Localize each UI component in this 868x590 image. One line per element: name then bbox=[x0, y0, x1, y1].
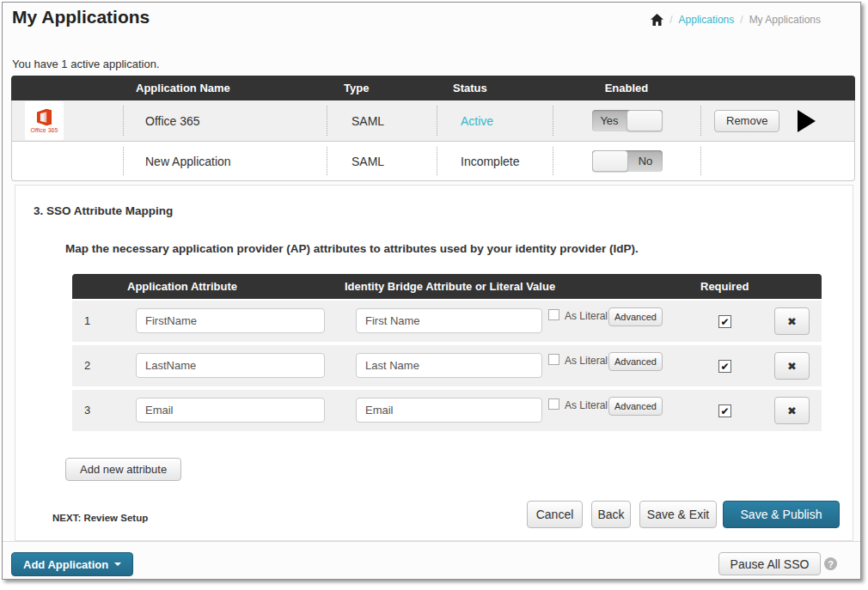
footer-divider bbox=[3, 541, 860, 542]
as-literal-checkbox[interactable] bbox=[548, 398, 559, 410]
active-count-text: You have 1 active application. bbox=[12, 58, 160, 70]
as-literal-label: As Literal bbox=[565, 310, 608, 322]
idp-attribute-input[interactable] bbox=[356, 353, 542, 378]
section-title: 3. SSO Attribute Mapping bbox=[34, 204, 173, 217]
app-row-new-application[interactable]: New Application SAML Incomplete No bbox=[12, 142, 854, 180]
breadcrumb-separator: / bbox=[740, 14, 743, 26]
breadcrumb-separator: / bbox=[669, 14, 672, 26]
col-status: Status bbox=[437, 76, 553, 100]
row-number: 2 bbox=[84, 345, 90, 386]
delete-attribute-button[interactable]: ✖ bbox=[774, 397, 810, 424]
attribute-mapping-table: Application Attribute Identity Bridge At… bbox=[72, 274, 822, 435]
app-attribute-input[interactable] bbox=[136, 308, 325, 333]
enabled-toggle-no[interactable]: No bbox=[592, 150, 663, 172]
toggle-knob bbox=[627, 110, 663, 131]
help-icon[interactable]: ? bbox=[824, 557, 837, 570]
expand-arrow-icon[interactable] bbox=[798, 110, 816, 132]
next-step-label: NEXT: Review Setup bbox=[52, 513, 148, 523]
app-type: SAML bbox=[327, 100, 437, 141]
row-number: 3 bbox=[84, 390, 90, 431]
app-name: Office 365 bbox=[124, 100, 327, 141]
save-exit-button[interactable]: Save & Exit bbox=[639, 501, 717, 528]
idp-attribute-input[interactable] bbox=[356, 308, 542, 333]
toggle-knob bbox=[592, 150, 628, 172]
mapping-table-header: Application Attribute Identity Bridge At… bbox=[72, 274, 822, 299]
home-icon[interactable] bbox=[651, 14, 663, 26]
app-status: Incomplete bbox=[437, 142, 553, 180]
col-icon bbox=[11, 76, 123, 100]
mapping-row-3: 3 As Literal Advanced ✔ ✖ bbox=[72, 390, 822, 431]
required-checkbox[interactable]: ✔ bbox=[718, 315, 731, 328]
advanced-button[interactable]: Advanced bbox=[608, 352, 663, 371]
add-application-button[interactable]: Add Application bbox=[11, 552, 133, 576]
col-actions bbox=[700, 76, 855, 100]
app-name: New Application bbox=[124, 142, 327, 180]
app-status: Active bbox=[461, 114, 493, 128]
required-checkbox[interactable]: ✔ bbox=[718, 360, 731, 373]
col-application-name: Application Name bbox=[123, 76, 327, 100]
idp-attribute-input[interactable] bbox=[356, 398, 542, 423]
col-enabled: Enabled bbox=[553, 76, 700, 100]
app-type: SAML bbox=[327, 142, 437, 180]
cancel-button[interactable]: Cancel bbox=[527, 501, 583, 528]
enabled-toggle-yes[interactable]: Yes bbox=[592, 110, 663, 131]
app-row-office-365[interactable]: Office 365 Office 365 SAML Active Yes Re… bbox=[12, 100, 854, 142]
mapping-row-2: 2 As Literal Advanced ✔ ✖ bbox=[72, 345, 822, 386]
advanced-button[interactable]: Advanced bbox=[608, 307, 663, 326]
delete-attribute-button[interactable]: ✖ bbox=[774, 307, 810, 335]
caret-down-icon bbox=[114, 563, 121, 566]
add-application-label: Add Application bbox=[23, 558, 108, 571]
sso-mapping-panel: 3. SSO Attribute Mapping Map the necessa… bbox=[15, 185, 853, 541]
breadcrumb: / Applications / My Applications bbox=[651, 14, 821, 26]
mapping-row-1: 1 As Literal Advanced ✔ ✖ bbox=[72, 301, 822, 342]
as-literal-checkbox[interactable] bbox=[548, 354, 559, 365]
back-button[interactable]: Back bbox=[591, 501, 631, 528]
delete-attribute-button[interactable]: ✖ bbox=[774, 352, 810, 380]
applications-table-header: Application Name Type Status Enabled bbox=[11, 76, 855, 100]
remove-button[interactable]: Remove bbox=[714, 110, 779, 132]
as-literal-label: As Literal bbox=[565, 355, 608, 367]
pause-all-sso-button[interactable]: Pause All SSO bbox=[718, 552, 821, 575]
col-type: Type bbox=[327, 76, 437, 100]
toggle-label: No bbox=[628, 150, 663, 172]
app-attribute-input[interactable] bbox=[136, 353, 325, 378]
toggle-label: Yes bbox=[592, 110, 627, 131]
as-literal-label: As Literal bbox=[565, 399, 608, 411]
add-new-attribute-button[interactable]: Add new attribute bbox=[65, 458, 181, 481]
col-application-attribute: Application Attribute bbox=[127, 280, 237, 293]
col-identity-bridge-attribute: Identity Bridge Attribute or Literal Val… bbox=[345, 280, 555, 293]
office-365-logo: Office 365 bbox=[25, 101, 64, 140]
save-publish-button[interactable]: Save & Publish bbox=[723, 501, 840, 528]
mapping-instruction: Map the necessary application provider (… bbox=[65, 242, 639, 255]
advanced-button[interactable]: Advanced bbox=[608, 397, 663, 416]
app-attribute-input[interactable] bbox=[136, 398, 325, 423]
required-checkbox[interactable]: ✔ bbox=[718, 404, 731, 417]
applications-table: Application Name Type Status Enabled Off… bbox=[11, 76, 855, 181]
breadcrumb-applications[interactable]: Applications bbox=[679, 14, 735, 26]
page-title: My Applications bbox=[12, 7, 150, 27]
breadcrumb-current: My Applications bbox=[749, 14, 821, 26]
row-number: 1 bbox=[84, 301, 90, 342]
as-literal-checkbox[interactable] bbox=[548, 309, 559, 320]
col-required: Required bbox=[700, 280, 749, 293]
office-365-logo-text: Office 365 bbox=[31, 127, 58, 133]
